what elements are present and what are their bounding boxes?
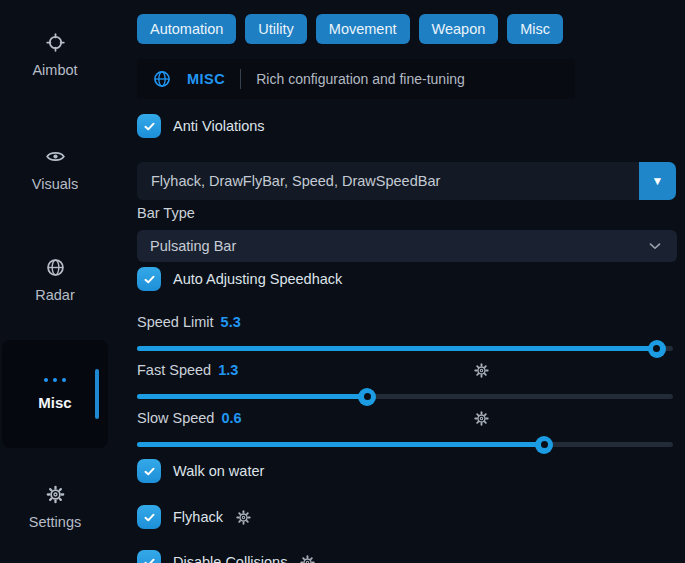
walk-on-water-row: Walk on water (137, 459, 264, 483)
slider-thumb[interactable] (358, 388, 376, 406)
bar-type-label: Bar Type (137, 205, 195, 221)
slider-fill (137, 346, 657, 351)
gear-icon (45, 484, 66, 505)
slider-fill (137, 394, 367, 399)
tab-movement[interactable]: Movement (316, 14, 410, 44)
sidebar-item-radar[interactable]: Radar (0, 257, 110, 303)
bar-type-value: Pulsating Bar (150, 238, 646, 254)
slider-thumb[interactable] (648, 340, 666, 358)
main-panel: Automation Utility Movement Weapon Misc … (137, 0, 677, 563)
bar-options-value[interactable]: Flyhack, DrawFlyBar, Speed, DrawSpeedBar (137, 162, 639, 200)
disable-collisions-row: Disable Collisions (137, 550, 316, 563)
sidebar-item-misc-active[interactable]: Misc (2, 340, 108, 448)
flyhack-label: Flyhack (173, 509, 223, 525)
fast-speed-slider[interactable] (137, 387, 673, 405)
slow-speed-value: 0.6 (221, 410, 241, 426)
bar-options-multiselect: Flyhack, DrawFlyBar, Speed, DrawSpeedBar… (137, 162, 676, 200)
speed-limit-slider[interactable] (137, 339, 673, 357)
check-icon (142, 510, 157, 525)
flyhack-gear-icon[interactable] (235, 509, 252, 526)
slow-speed-label-row: Slow Speed 0.6 (137, 410, 242, 426)
flyhack-checkbox[interactable] (137, 505, 161, 529)
check-icon (142, 555, 157, 563)
slow-speed-gear-icon[interactable] (473, 410, 490, 427)
sidebar-item-label: Radar (35, 287, 75, 303)
tab-utility[interactable]: Utility (245, 14, 306, 44)
disable-collisions-label: Disable Collisions (173, 554, 287, 563)
tab-weapon[interactable]: Weapon (419, 14, 499, 44)
cheat-menu-window: Aimbot Visuals Radar Misc Settings Autom… (0, 0, 685, 563)
active-indicator-bar (95, 369, 99, 419)
slider-fill (137, 442, 544, 447)
section-title: MISC (187, 71, 225, 87)
section-subtitle: Rich configuration and fine-tuning (256, 71, 465, 87)
ellipsis-icon (44, 378, 66, 382)
sidebar-item-settings[interactable]: Settings (0, 484, 110, 530)
sidebar-item-aimbot[interactable]: Aimbot (0, 32, 110, 78)
disable-collisions-checkbox[interactable] (137, 550, 161, 563)
sidebar-item-label: Misc (38, 394, 71, 411)
anti-violations-row: Anti Violations (137, 114, 265, 138)
bar-type-select[interactable]: Pulsating Bar (137, 230, 677, 262)
auto-adjusting-speedhack-row: Auto Adjusting Speedhack (137, 267, 342, 291)
triangle-down-icon: ▼ (652, 174, 664, 188)
sidebar-item-label: Visuals (32, 176, 78, 192)
fast-speed-value: 1.3 (218, 362, 238, 378)
fast-speed-label: Fast Speed (137, 362, 211, 378)
sidebar-item-visuals[interactable]: Visuals (0, 146, 110, 192)
auto-adjusting-speedhack-label: Auto Adjusting Speedhack (173, 271, 342, 287)
tab-automation[interactable]: Automation (137, 14, 236, 44)
slider-thumb[interactable] (535, 436, 553, 454)
anti-violations-label: Anti Violations (173, 118, 265, 134)
fast-speed-gear-icon[interactable] (473, 362, 490, 379)
auto-adjusting-speedhack-checkbox[interactable] (137, 267, 161, 291)
category-tabs: Automation Utility Movement Weapon Misc (137, 14, 563, 44)
speed-limit-value: 5.3 (221, 314, 241, 330)
speed-limit-label-row: Speed Limit 5.3 (137, 314, 241, 330)
flyhack-row: Flyhack (137, 505, 252, 529)
chevron-down-icon (646, 237, 664, 255)
check-icon (142, 119, 157, 134)
walk-on-water-checkbox[interactable] (137, 459, 161, 483)
tab-misc[interactable]: Misc (507, 14, 563, 44)
anti-violations-checkbox[interactable] (137, 114, 161, 138)
slow-speed-label: Slow Speed (137, 410, 214, 426)
crosshair-icon (45, 32, 66, 53)
sidebar-item-label: Aimbot (32, 62, 77, 78)
globe-icon (45, 257, 66, 278)
globe-icon (152, 69, 172, 89)
fast-speed-label-row: Fast Speed 1.3 (137, 362, 238, 378)
check-icon (142, 464, 157, 479)
speed-limit-label: Speed Limit (137, 314, 214, 330)
section-header: MISC Rich configuration and fine-tuning (137, 59, 575, 99)
sidebar: Aimbot Visuals Radar Misc Settings (0, 0, 112, 563)
divider (240, 69, 241, 89)
sidebar-item-label: Settings (29, 514, 81, 530)
slow-speed-slider[interactable] (137, 435, 673, 453)
eye-icon (45, 146, 66, 167)
check-icon (142, 272, 157, 287)
bar-options-dropdown-button[interactable]: ▼ (639, 162, 676, 200)
disable-collisions-gear-icon[interactable] (299, 554, 316, 563)
walk-on-water-label: Walk on water (173, 463, 264, 479)
